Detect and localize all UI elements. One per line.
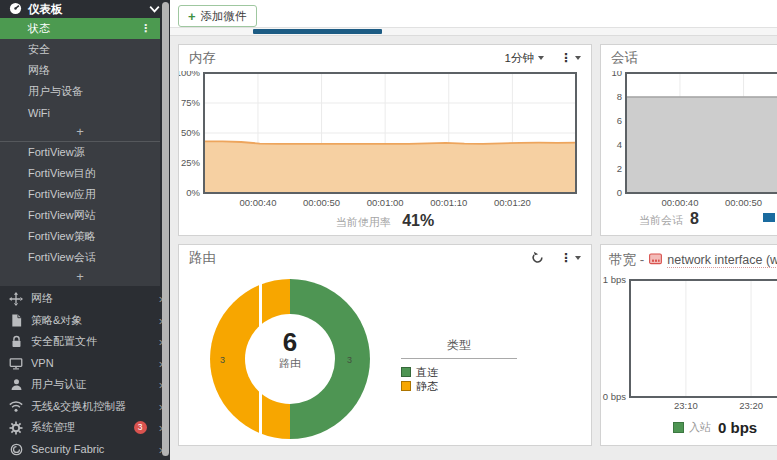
sidebar-item-FortiView源[interactable]: FortiView源 xyxy=(0,142,160,163)
add-widget-button[interactable]: + 添加微件 xyxy=(178,5,257,27)
sidebar-item-Security Fabric[interactable]: Security Fabric› xyxy=(0,439,170,460)
svg-text:10: 10 xyxy=(611,71,622,78)
sidebar-item-用户与认证[interactable]: 用户与认证› xyxy=(0,374,170,396)
svg-text:00:01:00: 00:01:00 xyxy=(367,197,404,208)
chevron-down-icon xyxy=(149,3,160,15)
sidebar-item-系统管理[interactable]: 系统管理3› xyxy=(0,417,170,439)
sidebar-item-安全[interactable]: 安全 xyxy=(0,39,160,60)
sidebar-scrollbar-thumb[interactable] xyxy=(162,2,169,456)
sidebar-item-无线&交换机控制器[interactable]: 无线&交换机控制器› xyxy=(0,396,170,418)
memory-widget-header: 内存 1分钟 ⋮ xyxy=(179,45,591,71)
gear-icon xyxy=(9,421,23,435)
svg-text:100%: 100% xyxy=(179,71,201,78)
svg-text:4: 4 xyxy=(617,139,622,150)
dots-vertical-icon[interactable]: ⋮ xyxy=(140,22,151,35)
main-content: + 添加微件 内存 1分钟 ⋮ xyxy=(170,0,777,460)
sidebar-item-FortiView网站[interactable]: FortiView网站 xyxy=(0,205,160,226)
refresh-button[interactable] xyxy=(531,251,544,266)
horizontal-scrollbar-thumb[interactable] xyxy=(253,29,382,34)
interface-selector[interactable]: network interface (wa xyxy=(667,253,777,268)
legend-color-square xyxy=(401,381,411,391)
sidebar-item-策略&对象[interactable]: 策略&对象› xyxy=(0,310,170,332)
sessions-legend-square xyxy=(763,213,775,222)
sessions-footer-label: 当前会话 xyxy=(639,213,683,228)
widget-grid: 内存 1分钟 ⋮ 0%25%50%75%100%00:00:4000:00:50… xyxy=(170,36,777,460)
sidebar-item-FortiView策略[interactable]: FortiView策略 xyxy=(0,226,160,247)
sidebar-item-用户与设备[interactable]: 用户与设备 xyxy=(0,81,160,102)
svg-text:0%: 0% xyxy=(186,187,200,198)
bandwidth-line-chart: 0 bps1 bps23:1023:20 xyxy=(601,275,777,421)
bandwidth-footer: 入站 0 bps xyxy=(673,419,757,436)
dots-vertical-icon: ⋮ xyxy=(560,51,571,65)
bandwidth-widget-title: 带宽 - xyxy=(609,251,644,269)
sessions-footer: 当前会话 8 xyxy=(639,210,699,228)
sessions-widget-title: 会话 xyxy=(611,49,638,67)
svg-text:00:00:50: 00:00:50 xyxy=(303,197,340,208)
legend-label: 直连 xyxy=(416,365,438,380)
svg-text:23:20: 23:20 xyxy=(739,400,763,411)
svg-text:8: 8 xyxy=(617,91,622,102)
routes-widget-title: 路由 xyxy=(189,249,216,267)
legend-item-静态[interactable]: 静态 xyxy=(401,379,517,393)
add-fortiview-button[interactable]: + xyxy=(0,268,160,286)
sidebar-item-label: 网络 xyxy=(31,291,53,306)
sidebar-item-dashboard[interactable]: 仪表板 xyxy=(0,0,164,18)
widget-menu-button[interactable]: ⋮ xyxy=(560,251,581,265)
svg-text:75%: 75% xyxy=(181,97,201,108)
memory-widget-title: 内存 xyxy=(189,49,216,67)
sidebar-item-WiFi[interactable]: WiFi xyxy=(0,102,160,123)
svg-text:2: 2 xyxy=(617,163,622,174)
memory-area-chart: 0%25%50%75%100%00:00:4000:00:5000:01:000… xyxy=(179,71,589,217)
svg-text:00:00:40: 00:00:40 xyxy=(239,197,276,208)
donut-center: 6 路由 xyxy=(245,314,335,404)
svg-text:0 bps: 0 bps xyxy=(603,391,626,402)
lock-icon xyxy=(9,335,23,349)
sidebar-item-label: 无线&交换机控制器 xyxy=(31,399,126,414)
sidebar-item-VPN[interactable]: VPN› xyxy=(0,353,170,375)
svg-text:0: 0 xyxy=(617,187,622,198)
routes-legend-title: 类型 xyxy=(401,337,517,359)
sidebar-item-label: Security Fabric xyxy=(31,443,104,455)
sidebar-item-label: 策略&对象 xyxy=(31,313,82,328)
memory-footer-value: 41% xyxy=(402,212,434,229)
bandwidth-widget-header: 带宽 - network interface (wa xyxy=(601,245,777,275)
slice-value-static: 3 xyxy=(220,355,225,365)
add-dashboard-button[interactable]: + xyxy=(0,123,160,141)
inbound-value: 0 bps xyxy=(718,419,757,436)
interface-down-icon xyxy=(649,251,662,269)
add-widget-label: 添加微件 xyxy=(201,9,247,24)
chevron-down-icon xyxy=(538,56,544,60)
sidebar-sections: 网络›策略&对象›安全配置文件›VPN›用户与认证›无线&交换机控制器›系统管理… xyxy=(0,288,170,460)
svg-text:00:00:50: 00:00:50 xyxy=(725,197,762,208)
memory-widget: 内存 1分钟 ⋮ 0%25%50%75%100%00:00:4000:00:50… xyxy=(178,44,592,236)
bandwidth-widget: 带宽 - network interface (wa 0 bps1 bps23:… xyxy=(600,244,777,446)
svg-text:23:10: 23:10 xyxy=(674,400,698,411)
memory-footer: 当前使用率 41% xyxy=(179,212,591,230)
sidebar-item-安全配置文件[interactable]: 安全配置文件› xyxy=(0,331,170,353)
widget-menu-button[interactable]: ⋮ xyxy=(560,51,581,65)
monitor-icon xyxy=(9,356,23,370)
svg-text:25%: 25% xyxy=(181,157,201,168)
sidebar-item-网络[interactable]: 网络› xyxy=(0,288,170,310)
user-icon xyxy=(9,378,23,392)
sidebar-item-status-active[interactable]: 状态⋮ xyxy=(0,18,160,39)
sidebar-item-FortiView目的[interactable]: FortiView目的 xyxy=(0,163,160,184)
sidebar-item-FortiView会话[interactable]: FortiView会话 xyxy=(0,247,160,268)
arrows-icon xyxy=(9,292,23,306)
svg-text:00:00:40: 00:00:40 xyxy=(661,197,698,208)
routes-widget: 路由 ⋮ 6 路由 xyxy=(178,244,592,446)
routes-widget-header: 路由 ⋮ xyxy=(179,245,591,271)
legend-color-square xyxy=(401,367,411,377)
plus-icon: + xyxy=(188,9,196,24)
legend-item-直连[interactable]: 直连 xyxy=(401,365,517,379)
sessions-widget-header: 会话 xyxy=(601,45,777,71)
interval-label: 1分钟 xyxy=(505,51,534,66)
horizontal-scrollbar-track[interactable] xyxy=(170,27,777,36)
fortigate-dashboard: 仪表板 状态⋮安全网络用户与设备WiFi+FortiView源FortiView… xyxy=(0,0,777,460)
sidebar-item-网络[interactable]: 网络 xyxy=(0,60,160,81)
sessions-widget: 会话 024681000:00:4000:00:50 当前会话 8 xyxy=(600,44,777,236)
svg-text:50%: 50% xyxy=(181,127,201,138)
sidebar-item-FortiView应用[interactable]: FortiView应用 xyxy=(0,184,160,205)
sidebar-item-label: 状态 xyxy=(28,21,50,36)
interval-dropdown[interactable]: 1分钟 xyxy=(505,51,544,66)
